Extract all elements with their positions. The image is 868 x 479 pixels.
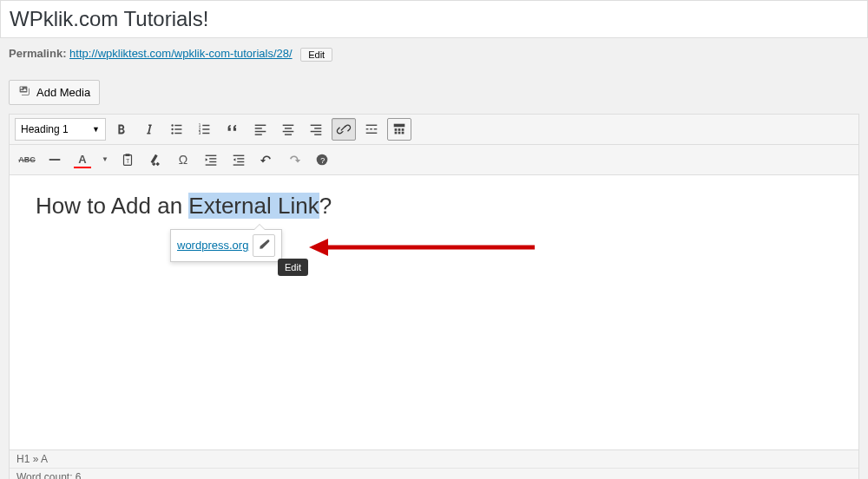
redo-button[interactable] — [282, 148, 306, 171]
toolbar-row-2: ABC A ▼ T Ω ? — [10, 145, 858, 175]
svg-rect-28 — [366, 132, 378, 133]
svg-rect-43 — [206, 164, 217, 165]
svg-text:?: ? — [320, 155, 325, 164]
svg-rect-1 — [174, 124, 181, 125]
toolbar-toggle-button[interactable] — [387, 118, 411, 141]
svg-rect-5 — [174, 132, 181, 133]
italic-button[interactable] — [137, 118, 161, 141]
chevron-down-icon: ▼ — [102, 155, 108, 163]
edit-link-button[interactable] — [253, 234, 275, 257]
outdent-button[interactable] — [199, 148, 223, 171]
svg-rect-44 — [233, 154, 245, 155]
add-media-button[interactable]: Add Media — [9, 80, 100, 105]
chevron-down-icon: ▼ — [92, 125, 100, 134]
svg-point-4 — [171, 132, 173, 134]
editor-content-area[interactable]: How to Add an External Link? wordpress.o… — [10, 175, 858, 449]
svg-rect-34 — [398, 131, 401, 134]
align-center-button[interactable] — [276, 118, 300, 141]
blockquote-button[interactable] — [220, 118, 245, 141]
svg-rect-47 — [233, 164, 245, 165]
post-title-input[interactable] — [10, 5, 858, 33]
svg-rect-21 — [314, 128, 321, 128]
svg-rect-31 — [398, 128, 401, 131]
svg-rect-13 — [255, 128, 262, 128]
pencil-icon — [258, 238, 271, 253]
svg-rect-22 — [311, 130, 322, 131]
svg-rect-23 — [314, 134, 321, 135]
indent-button[interactable] — [227, 148, 251, 171]
numbered-list-button[interactable]: 123 — [193, 118, 217, 141]
svg-rect-42 — [209, 161, 216, 161]
svg-rect-9 — [202, 128, 209, 129]
insert-more-button[interactable] — [359, 118, 384, 141]
media-icon — [18, 84, 32, 101]
selected-link-text: External Link — [188, 193, 319, 219]
clear-formatting-button[interactable] — [143, 148, 168, 171]
link-url-display[interactable]: wordpress.org — [177, 239, 248, 252]
svg-rect-45 — [237, 158, 244, 159]
edit-tooltip: Edit — [278, 259, 308, 276]
heading-content: How to Add an External Link? — [36, 193, 832, 220]
permalink-url[interactable]: http://wpkliktest.com/wpklik-com-tutoria… — [69, 47, 292, 60]
svg-rect-41 — [209, 158, 216, 159]
svg-text:3: 3 — [199, 131, 201, 135]
bullet-list-button[interactable] — [165, 118, 189, 141]
text-color-dropdown[interactable]: ▼ — [98, 148, 112, 171]
svg-rect-24 — [366, 124, 378, 125]
svg-rect-29 — [394, 123, 405, 127]
svg-rect-36 — [49, 159, 61, 161]
format-dropdown[interactable]: Heading 1 ▼ — [15, 118, 106, 141]
svg-rect-17 — [285, 128, 292, 128]
edit-permalink-button[interactable]: Edit — [300, 48, 332, 62]
text-color-button[interactable]: A — [70, 148, 95, 171]
special-character-button[interactable]: Ω — [171, 148, 195, 171]
svg-rect-33 — [395, 131, 398, 134]
svg-rect-35 — [402, 131, 404, 134]
align-left-button[interactable] — [248, 118, 273, 141]
element-path[interactable]: H1 » A — [10, 449, 858, 468]
editor-wrap: Heading 1 ▼ 123 ABC A ▼ T Ω ? How to Add… — [9, 114, 859, 479]
link-inline-toolbar: wordpress.org — [170, 229, 282, 262]
svg-marker-52 — [309, 239, 328, 256]
svg-rect-14 — [255, 130, 266, 131]
svg-point-2 — [171, 128, 173, 129]
svg-rect-27 — [374, 128, 378, 129]
svg-rect-40 — [206, 154, 217, 155]
svg-text:T: T — [126, 157, 129, 163]
permalink-label: Permalink: — [9, 47, 66, 60]
horizontal-rule-button[interactable] — [43, 148, 67, 171]
svg-rect-16 — [283, 124, 294, 125]
svg-rect-7 — [202, 124, 209, 125]
svg-rect-26 — [370, 128, 372, 129]
paste-text-button[interactable]: T — [115, 148, 140, 171]
svg-rect-25 — [366, 128, 369, 129]
strikethrough-button[interactable]: ABC — [15, 148, 39, 171]
align-right-button[interactable] — [304, 118, 328, 141]
svg-rect-46 — [237, 161, 244, 161]
annotation-arrow — [309, 235, 543, 264]
svg-rect-32 — [402, 128, 404, 131]
svg-rect-38 — [125, 154, 129, 156]
toolbar-row-1: Heading 1 ▼ 123 — [10, 115, 858, 145]
svg-rect-19 — [285, 134, 292, 135]
word-count-bar: Word count: 6 — [10, 468, 858, 479]
insert-link-button[interactable] — [332, 118, 356, 141]
svg-rect-18 — [283, 130, 294, 131]
keyboard-shortcuts-button[interactable]: ? — [310, 148, 334, 171]
svg-rect-20 — [311, 124, 322, 125]
svg-rect-11 — [202, 132, 209, 133]
permalink-row: Permalink: http://wpkliktest.com/wpklik-… — [0, 43, 868, 66]
svg-rect-3 — [174, 128, 181, 129]
undo-button[interactable] — [254, 148, 279, 171]
svg-rect-12 — [255, 124, 266, 125]
svg-point-0 — [171, 124, 173, 126]
svg-rect-15 — [255, 134, 262, 135]
bold-button[interactable] — [109, 118, 134, 141]
svg-rect-30 — [395, 128, 398, 131]
